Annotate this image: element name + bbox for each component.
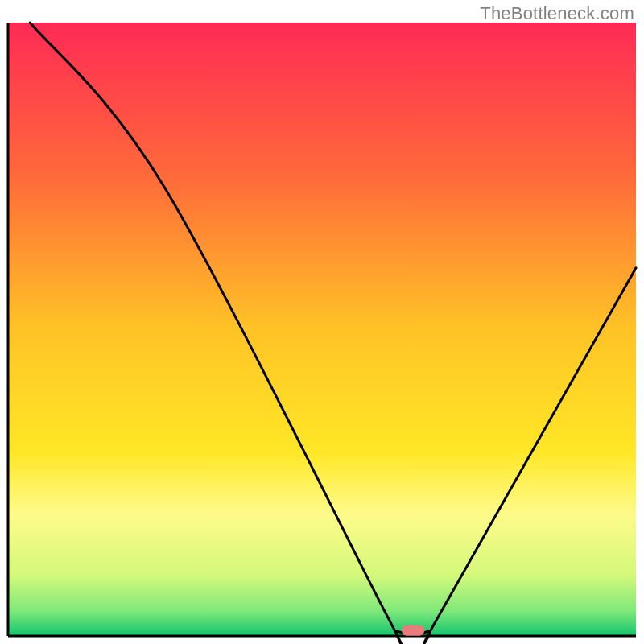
bottleneck-chart: TheBottleneck.com xyxy=(0,0,644,644)
chart-canvas xyxy=(0,0,644,644)
svg-rect-3 xyxy=(402,625,424,636)
svg-rect-0 xyxy=(8,23,636,636)
watermark-text: TheBottleneck.com xyxy=(480,3,634,24)
